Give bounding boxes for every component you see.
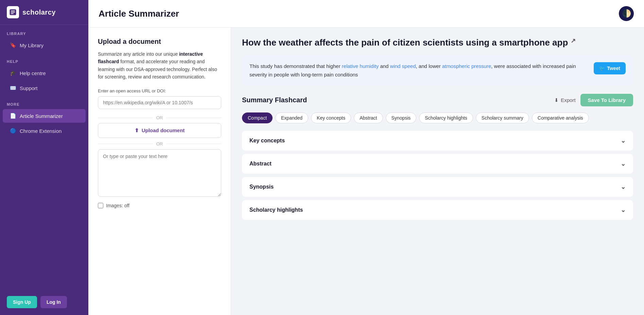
sign-up-button[interactable]: Sign Up — [7, 296, 37, 308]
tab-pill-expanded[interactable]: Expanded — [275, 112, 308, 123]
accordion-synopsis: Synopsis ⌄ — [242, 177, 633, 197]
tab-pill-key-concepts[interactable]: Key concepts — [311, 112, 351, 123]
tweet-button[interactable]: 🐦 Tweet — [594, 62, 626, 74]
abstract-box: This study has demonstrated that higher … — [242, 55, 633, 86]
right-panel: How the weather affects the pain of citi… — [231, 28, 644, 315]
page-title: Article Summarizer — [99, 8, 179, 19]
abstract-text: This study has demonstrated that higher … — [249, 62, 587, 79]
document-icon: 📄 — [10, 112, 16, 119]
save-to-library-button[interactable]: Save To Library — [580, 94, 633, 106]
sidebar-item-support-label: Support — [20, 85, 38, 91]
accordion-header[interactable]: Abstract ⌄ — [242, 154, 633, 174]
flashcard-actions: ⬇ Export Save To Library — [554, 94, 633, 106]
accordion-label: Scholarcy highlights — [249, 207, 303, 213]
sidebar-item-my-library-label: My Library — [20, 42, 43, 48]
accordion-label: Synopsis — [249, 184, 274, 190]
more-section-label: MORE — [0, 95, 88, 108]
external-link-icon[interactable]: ↗ — [571, 37, 576, 45]
accordion-scholarcy-highlights: Scholarcy highlights ⌄ — [242, 200, 633, 220]
tab-pill-abstract[interactable]: Abstract — [354, 112, 383, 123]
log-in-button[interactable]: Log In — [40, 296, 67, 308]
flashcard-title: Summary Flashcard — [242, 96, 307, 104]
accordion-header[interactable]: Key concepts ⌄ — [242, 131, 633, 151]
upload-title: Upload a document — [98, 38, 221, 46]
main-body: Upload a document Summarize any article … — [88, 28, 644, 315]
main-header: Article Summarizer 🌓 — [88, 0, 644, 28]
sidebar-item-help-centre-label: Help centre — [20, 70, 46, 76]
tab-pill-scholarcy-highlights[interactable]: Scholarcy highlights — [419, 112, 473, 123]
tab-pill-synopsis[interactable]: Synopsis — [386, 112, 417, 123]
twitter-icon: 🐦 — [599, 66, 605, 71]
images-row: Images: off — [98, 203, 221, 208]
sidebar-item-support[interactable]: ✉️ Support — [3, 81, 86, 95]
accordion-abstract: Abstract ⌄ — [242, 154, 633, 174]
upload-document-button[interactable]: ⬆ Upload document — [98, 123, 221, 138]
theme-toggle-button[interactable]: 🌓 — [619, 6, 634, 21]
bookmark-icon: 🔖 — [10, 42, 16, 49]
upload-desc: Summarize any article into our unique in… — [98, 50, 221, 81]
chevron-down-icon: ⌄ — [621, 206, 626, 214]
abstract-link3[interactable]: atmospheric pressure — [442, 63, 491, 69]
flashcard-header: Summary Flashcard ⬇ Export Save To Libra… — [242, 94, 633, 106]
tab-pill-compact[interactable]: Compact — [242, 112, 273, 123]
url-label: Enter an open access URL or DOI: — [98, 88, 221, 93]
logo-text: scholarcy — [22, 8, 56, 16]
chevron-down-icon: ⌄ — [621, 160, 626, 168]
images-checkbox[interactable] — [98, 203, 103, 208]
upload-icon: ⬆ — [135, 127, 139, 134]
article-title-text: How the weather affects the pain of citi… — [242, 37, 568, 49]
accordion-key-concepts: Key concepts ⌄ — [242, 131, 633, 151]
divider-or-2: OR — [98, 141, 221, 146]
images-label: Images: off — [106, 203, 129, 208]
download-icon: ⬇ — [554, 97, 559, 103]
abstract-link1[interactable]: relative humidity — [342, 63, 379, 69]
sidebar-item-chrome-extension-label: Chrome Extension — [20, 128, 62, 134]
sidebar-item-article-summarizer[interactable]: 📄 Article Summarizer — [3, 109, 86, 123]
upload-document-label: Upload document — [142, 127, 185, 133]
tweet-label: Tweet — [607, 66, 620, 71]
accordion-label: Key concepts — [249, 138, 285, 144]
sidebar-item-my-library[interactable]: 🔖 My Library — [3, 38, 86, 52]
sidebar-item-help-centre[interactable]: 🎓 Help centre — [3, 66, 86, 80]
abstract-link2[interactable]: wind speed — [390, 63, 416, 69]
envelope-icon: ✉️ — [10, 85, 16, 91]
divider-or-1: OR — [98, 115, 221, 120]
upload-desc-normal: Summarize any article into our unique — [98, 51, 179, 57]
article-title: How the weather affects the pain of citi… — [242, 37, 633, 49]
abstract-part1: This study has demonstrated that higher — [249, 63, 342, 69]
tab-pill-scholarcy-summary[interactable]: Scholarcy summary — [476, 112, 529, 123]
accordion-label: Abstract — [249, 161, 272, 167]
sidebar-item-chrome-extension[interactable]: 🔵 Chrome Extension — [3, 124, 86, 138]
sidebar-item-article-summarizer-label: Article Summarizer — [20, 113, 63, 119]
export-button[interactable]: ⬇ Export — [554, 97, 575, 103]
sidebar-bottom: Sign Up Log In — [0, 289, 88, 315]
text-area[interactable] — [98, 149, 221, 197]
accordion-header[interactable]: Scholarcy highlights ⌄ — [242, 200, 633, 220]
sidebar: scholarcy LIBRARY 🔖 My Library HELP 🎓 He… — [0, 0, 88, 315]
tabs-row: CompactExpandedKey conceptsAbstractSynop… — [242, 112, 633, 123]
accordion-header[interactable]: Synopsis ⌄ — [242, 177, 633, 197]
accordions: Key concepts ⌄ Abstract ⌄ Synopsis ⌄ Sch… — [242, 131, 633, 220]
abstract-and: and — [379, 63, 390, 69]
main: Article Summarizer 🌓 Upload a document S… — [88, 0, 644, 315]
logo: scholarcy — [0, 0, 88, 25]
chevron-down-icon: ⌄ — [621, 137, 626, 144]
graduation-icon: 🎓 — [10, 70, 16, 76]
help-section-label: HELP — [0, 53, 88, 66]
url-input[interactable] — [98, 96, 221, 109]
left-panel: Upload a document Summarize any article … — [88, 28, 231, 315]
library-section-label: LIBRARY — [0, 25, 88, 38]
chrome-icon: 🔵 — [10, 127, 16, 134]
abstract-rest: , and lower — [416, 63, 442, 69]
tab-pill-comparative-analysis[interactable]: Comparative analysis — [532, 112, 589, 123]
export-label: Export — [561, 97, 575, 103]
chevron-down-icon: ⌄ — [621, 183, 626, 191]
logo-icon — [7, 6, 19, 18]
